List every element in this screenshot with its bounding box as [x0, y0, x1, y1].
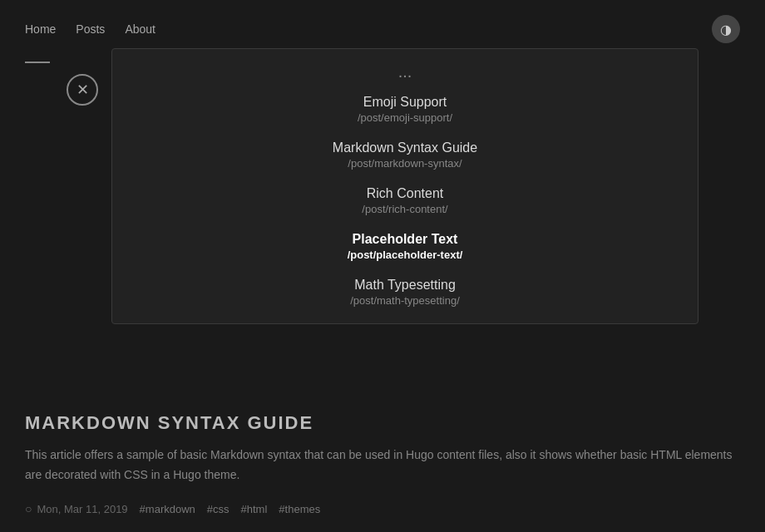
article-meta: ○ Mon, Mar 11, 2019 markdown css html th… — [25, 502, 740, 515]
result-title-0: Emoji Support — [129, 95, 681, 110]
search-result-more: ... — [112, 57, 698, 86]
nav-posts[interactable]: Posts — [76, 22, 105, 36]
date-text: Mon, Mar 11, 2019 — [37, 503, 127, 515]
search-result-item[interactable]: Markdown Syntax Guide /post/markdown-syn… — [112, 132, 698, 178]
tag-themes[interactable]: themes — [279, 503, 320, 515]
search-result-item[interactable]: Rich Content /post/rich-content/ — [112, 178, 698, 224]
tag-html[interactable]: html — [241, 503, 268, 515]
result-title-1: Markdown Syntax Guide — [129, 140, 681, 155]
theme-toggle-button[interactable]: ◑ — [712, 15, 740, 43]
tag-markdown[interactable]: markdown — [140, 503, 195, 515]
article-title: MARKDOWN SYNTAX GUIDE — [25, 412, 740, 434]
search-result-item[interactable]: Math Typesetting /post/math-typesetting/ — [112, 269, 698, 315]
search-result-item[interactable]: Emoji Support /post/emoji-support/ — [112, 86, 698, 132]
article-excerpt: This article offers a sample of basic Ma… — [25, 446, 740, 485]
search-result-item-highlighted[interactable]: Placeholder Text /post/placeholder-text/ — [112, 224, 698, 269]
theme-toggle-icon: ◑ — [720, 22, 732, 37]
nav-home[interactable]: Home — [25, 22, 56, 36]
clock-icon: ○ — [25, 502, 32, 515]
result-path-2: /post/rich-content/ — [129, 203, 681, 215]
result-path-0: /post/emoji-support/ — [129, 111, 681, 124]
nav-links: Home Posts About — [25, 22, 155, 36]
nav-underline — [25, 62, 50, 63]
main-content: MARKDOWN SYNTAX GUIDE This article offer… — [0, 387, 765, 532]
result-title-2: Rich Content — [129, 186, 681, 201]
nav-about[interactable]: About — [125, 22, 155, 36]
close-icon: ✕ — [76, 81, 89, 99]
result-title-4: Math Typesetting — [129, 278, 681, 293]
result-path-4: /post/math-typesetting/ — [129, 294, 681, 307]
tag-css[interactable]: css — [207, 503, 230, 515]
result-path-1: /post/markdown-syntax/ — [129, 157, 681, 170]
result-path-3: /post/placeholder-text/ — [129, 249, 681, 261]
search-results-dropdown: ... Emoji Support /post/emoji-support/ M… — [111, 48, 698, 324]
search-close-button[interactable]: ✕ — [67, 74, 98, 106]
article-date: ○ Mon, Mar 11, 2019 — [25, 502, 128, 515]
result-title-3: Placeholder Text — [129, 232, 681, 247]
